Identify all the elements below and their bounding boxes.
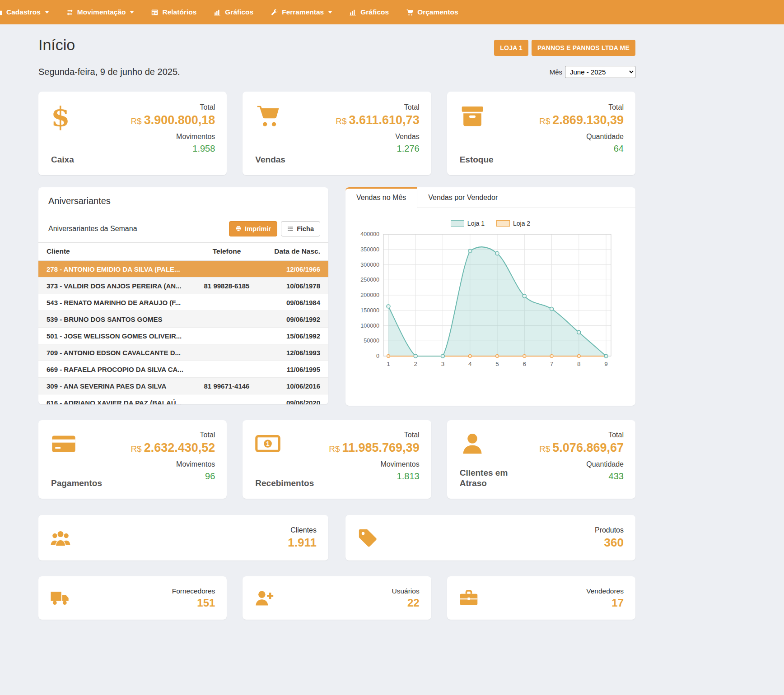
nav-item-relatorios[interactable]: Relatórios <box>142 0 205 24</box>
bar-chart-icon <box>349 9 357 16</box>
metric-label: Quantidade <box>539 460 624 468</box>
banknote-icon: 1 <box>255 431 313 456</box>
table-row[interactable]: 539 - BRUNO DOS SANTOS GOMES09/06/1992 <box>38 310 328 327</box>
summary-label: Clientes <box>288 526 317 534</box>
svg-text:6: 6 <box>523 361 526 367</box>
svg-text:0: 0 <box>376 353 379 359</box>
table-row[interactable]: 709 - ANTONIO EDSON CAVALCANTE D...12/06… <box>38 344 328 361</box>
stat-card-pagamentos: Pagamentos Total R$2.632.430,52 Moviment… <box>38 420 227 499</box>
birthdays-table: Cliente Telefone Data de Nasc. 278 - ANT… <box>38 242 328 404</box>
summary-card-fornecedores: Fornecedores 151 <box>38 576 227 620</box>
tab-vendas-no-mes[interactable]: Vendas no Mês <box>345 187 417 208</box>
top-navbar: Cadastros Movimentação Relatórios Gráfic… <box>0 0 784 24</box>
legend-label: Loja 1 <box>467 220 485 227</box>
month-select[interactable]: June - 2025 <box>565 66 635 78</box>
summary-card-produtos: Produtos 360 <box>345 515 635 561</box>
month-label: Mês <box>550 68 562 76</box>
briefcase-icon <box>459 588 479 608</box>
credit-card-icon <box>51 431 102 456</box>
total-amount: R$3.611.610,73 <box>336 113 419 127</box>
sales-line-chart: 0500001000001500002000002500003000003500… <box>352 228 623 372</box>
metric-value: 433 <box>539 471 624 482</box>
total-label: Total <box>539 103 624 111</box>
summary-label: Produtos <box>595 526 624 534</box>
svg-text:200000: 200000 <box>360 292 379 298</box>
truck-icon <box>50 588 70 608</box>
nav-label: Movimentação <box>77 8 126 16</box>
company-button[interactable]: PANNOS E PANNOS LTDA ME <box>532 40 635 56</box>
svg-text:3: 3 <box>441 361 445 367</box>
nav-item-orcamentos[interactable]: Orçamentos <box>397 0 467 24</box>
total-label: Total <box>329 431 419 439</box>
stat-card-clientes-em-atraso: Clientes em Atraso Total R$5.076.869,67 … <box>447 420 635 499</box>
summary-value: 1.911 <box>288 536 317 550</box>
svg-text:1: 1 <box>387 361 390 367</box>
exchange-icon <box>66 9 74 16</box>
nav-label: Orçamentos <box>417 8 458 16</box>
tag-icon <box>357 528 378 548</box>
summary-label: Vendedores <box>586 587 624 595</box>
svg-text:100000: 100000 <box>360 323 379 329</box>
report-icon <box>151 9 159 16</box>
nav-item-graficos-1[interactable]: Gráficos <box>205 0 262 24</box>
birthdays-subtitle: Aniversariantes da Semana <box>48 225 137 233</box>
metric-label: Movimentos <box>131 133 215 141</box>
nav-item-graficos-2[interactable]: Gráficos <box>341 0 397 24</box>
nav-label: Gráficos <box>225 8 253 16</box>
cart-icon <box>255 103 285 129</box>
users-icon <box>50 528 71 548</box>
legend-label: Loja 2 <box>513 220 530 227</box>
store-button[interactable]: LOJA 1 <box>494 40 528 56</box>
main-content: Início LOJA 1 PANNOS E PANNOS LTDA ME Se… <box>38 24 635 620</box>
svg-text:50000: 50000 <box>364 338 379 344</box>
svg-text:5: 5 <box>495 361 499 367</box>
svg-text:7: 7 <box>550 361 554 367</box>
summary-value: 17 <box>586 597 624 609</box>
nav-item-cadastros[interactable]: Cadastros <box>0 0 57 24</box>
total-amount: R$5.076.869,67 <box>539 441 624 455</box>
summary-card-vendedores: Vendedores 17 <box>447 576 635 620</box>
box-icon <box>460 103 494 129</box>
wrench-icon <box>271 9 278 16</box>
table-row[interactable]: 278 - ANTONIO EMIDIO DA SILVA (PALE...12… <box>38 260 328 277</box>
total-label: Total <box>336 103 419 111</box>
svg-text:9: 9 <box>604 361 608 367</box>
stat-name: Vendas <box>255 155 285 165</box>
nav-item-ferramentas[interactable]: Ferramentas <box>262 0 341 24</box>
table-row[interactable]: 309 - ANA SEVERINA PAES DA SILVA81 99671… <box>38 377 328 394</box>
chart-tabs: Vendas no Mês Vendas por Vendedor <box>345 187 635 208</box>
table-row[interactable]: 373 - VALDIR DOS ANJOS PEREIRA (AN...81 … <box>38 277 328 294</box>
summary-value: 151 <box>172 597 215 609</box>
page-title: Início <box>38 36 75 54</box>
table-row[interactable]: 616 - ADRIANO XAVIER DA PAZ (BALAÚ...09/… <box>38 394 328 404</box>
nav-label: Cadastros <box>6 8 41 16</box>
metric-value: 1.958 <box>131 144 215 154</box>
bar-chart-icon <box>214 9 221 16</box>
table-row[interactable]: 669 - RAFAELA PROCOPIO DA SILVA CA...11/… <box>38 361 328 377</box>
chevron-down-icon <box>130 11 134 14</box>
svg-text:4: 4 <box>468 361 472 367</box>
total-amount: R$2.869.130,39 <box>539 113 624 127</box>
dollar-icon: $ <box>51 103 74 130</box>
total-amount: R$11.985.769,39 <box>329 441 419 455</box>
metric-label: Vendas <box>336 133 419 141</box>
svg-text:8: 8 <box>577 361 581 367</box>
stat-card-estoque: Estoque Total R$2.869.130,39 Quantidade … <box>447 92 635 175</box>
metric-label: Movimentos <box>329 460 419 468</box>
table-row[interactable]: 501 - JOSE WELISSON GOMES OLIVEIR...15/0… <box>38 327 328 344</box>
stat-name: Caixa <box>51 155 74 165</box>
print-button[interactable]: Imprimir <box>229 221 277 236</box>
table-row[interactable]: 543 - RENATO MARINHO DE ARAUJO (F...09/0… <box>38 294 328 310</box>
nav-item-movimentacao[interactable]: Movimentação <box>57 0 143 24</box>
cart-icon <box>406 9 414 16</box>
person-icon <box>460 431 518 456</box>
loja1-swatch <box>451 220 464 227</box>
chart-legend: Loja 1 Loja 2 <box>345 220 635 227</box>
ficha-button[interactable]: Ficha <box>281 221 320 236</box>
stat-name: Clientes em Atraso <box>460 468 518 489</box>
metric-value: 96 <box>131 471 215 482</box>
stat-card-caixa: $ Caixa Total R$3.900.800,18 Movimentos … <box>38 92 227 175</box>
printer-icon <box>235 226 242 232</box>
tab-vendas-por-vendedor[interactable]: Vendas por Vendedor <box>417 187 509 208</box>
summary-card-clientes: Clientes 1.911 <box>38 515 328 561</box>
